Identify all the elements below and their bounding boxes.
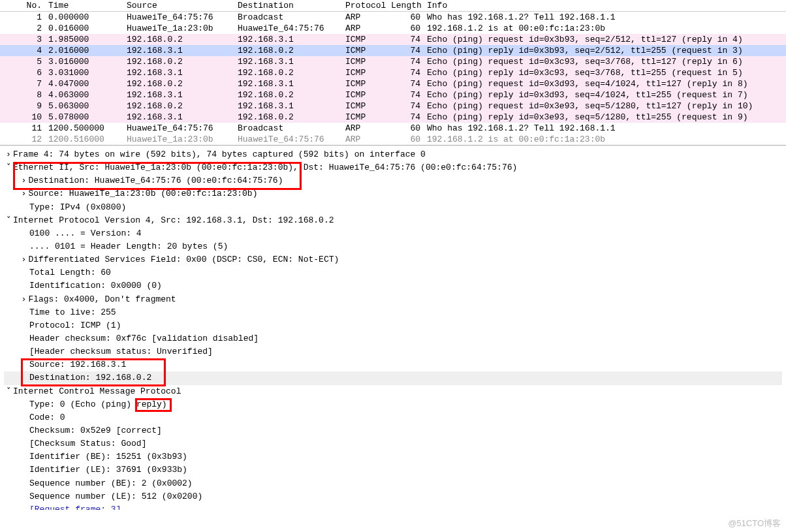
chevron-right-icon[interactable]: › — [4, 148, 13, 161]
packet-info: Echo (ping) request id=0x3d93, seq=4/102… — [424, 78, 786, 89]
ip-flags-line: Flags: 0x4000, Don't fragment — [28, 294, 176, 304]
tree-ip-cksumst[interactable]: [Header checksum status: Unverified] — [4, 345, 782, 358]
ip-ver-line: 0100 .... = Version: 4 — [29, 228, 142, 238]
packet-destination: 192.168.0.2 — [235, 89, 343, 101]
tree-icmp[interactable]: ˅Internet Control Message Protocol — [4, 385, 782, 398]
icmp-cksumst-line: [Checksum Status: Good] — [29, 439, 146, 448]
packet-no: 5 — [0, 56, 46, 67]
tree-icmp-cksum[interactable]: Checksum: 0x52e9 [correct] — [4, 424, 782, 437]
tree-eth-dst[interactable]: ›Destination: HuaweiTe_64:75:76 (00:e0:f… — [4, 174, 782, 187]
packet-row[interactable]: 95.063000192.168.0.2192.168.3.1ICMP74Ech… — [0, 101, 786, 112]
packet-destination: 192.168.0.2 — [235, 112, 343, 123]
tree-ip-tlen[interactable]: Total Length: 60 — [4, 266, 782, 279]
tree-ip-cksum[interactable]: Header checksum: 0xf76c [validation disa… — [4, 332, 782, 345]
packet-no: 4 — [0, 45, 46, 56]
packet-info: 192.168.1.2 is at 00:e0:fc:1a:23:0b — [424, 134, 786, 145]
packet-source: 192.168.0.2 — [124, 34, 235, 45]
header-no[interactable]: No. — [0, 0, 46, 11]
packet-destination: Broadcast — [235, 123, 343, 134]
header-destination[interactable]: Destination — [235, 0, 343, 11]
packet-row[interactable]: 20.016000HuaweiTe_1a:23:0bHuaweiTe_64:75… — [0, 23, 786, 34]
packet-row[interactable]: 84.063000192.168.3.1192.168.0.2ICMP74Ech… — [0, 89, 786, 101]
packet-row[interactable]: 74.047000192.168.0.2192.168.3.1ICMP74Ech… — [0, 78, 786, 89]
packet-no: 8 — [0, 89, 46, 101]
packet-length: 60 — [388, 134, 424, 145]
packet-length: 74 — [388, 89, 424, 101]
packet-row[interactable]: 31.985000192.168.0.2192.168.3.1ICMP74Ech… — [0, 34, 786, 45]
packet-protocol: ICMP — [343, 78, 388, 89]
header-protocol[interactable]: Protocol — [343, 0, 388, 11]
packet-length: 74 — [388, 78, 424, 89]
chevron-down-icon[interactable]: ˅ — [4, 161, 13, 174]
tree-ip[interactable]: ˅Internet Protocol Version 4, Src: 192.1… — [4, 214, 782, 227]
chevron-down-icon[interactable]: ˅ — [4, 385, 13, 398]
tree-icmp-code[interactable]: Code: 0 — [4, 411, 782, 424]
tree-ip-hlen[interactable]: .... 0101 = Header Length: 20 bytes (5) — [4, 240, 782, 253]
packet-row[interactable]: 42.016000192.168.3.1192.168.0.2ICMP74Ech… — [0, 45, 786, 56]
packet-row[interactable]: 53.016000192.168.0.2192.168.3.1ICMP74Ech… — [0, 56, 786, 67]
packet-protocol: ICMP — [343, 34, 388, 45]
packet-source: 192.168.0.2 — [124, 56, 235, 67]
chevron-right-icon[interactable]: › — [19, 293, 28, 306]
chevron-down-icon[interactable]: ˅ — [4, 214, 13, 227]
packet-row[interactable]: 63.031000192.168.3.1192.168.0.2ICMP74Ech… — [0, 67, 786, 78]
icmp-cksum-line: Checksum: 0x52e9 [correct] — [29, 426, 162, 435]
packet-length: 60 — [388, 23, 424, 34]
tree-ip-ttl[interactable]: Time to live: 255 — [4, 306, 782, 319]
packet-length: 74 — [388, 56, 424, 67]
tree-icmp-idbe[interactable]: Identifier (BE): 15251 (0x3b93) — [4, 450, 782, 463]
packet-info: Who has 192.168.1.2? Tell 192.168.1.1 — [424, 123, 786, 134]
tree-icmp-type[interactable]: Type: 0 (Echo (ping) reply) — [4, 398, 782, 411]
packet-protocol: ICMP — [343, 45, 388, 56]
tree-icmp-seqle[interactable]: Sequence number (LE): 512 (0x0200) — [4, 490, 782, 503]
packet-no: 7 — [0, 78, 46, 89]
packet-length: 74 — [388, 67, 424, 78]
tree-icmp-idle[interactable]: Identifier (LE): 37691 (0x933b) — [4, 463, 782, 477]
tree-ip-id[interactable]: Identification: 0x0000 (0) — [4, 279, 782, 292]
tree-ethernet[interactable]: ˅Ethernet II, Src: HuaweiTe_1a:23:0b (00… — [4, 161, 782, 174]
packet-row[interactable]: 111200.500000HuaweiTe_64:75:76BroadcastA… — [0, 123, 786, 134]
packet-time: 4.063000 — [46, 89, 124, 101]
eth-type-line: Type: IPv4 (0x0800) — [29, 202, 126, 212]
packet-list: No. Time Source Destination Protocol Len… — [0, 0, 786, 146]
tree-icmp-cksumst[interactable]: [Checksum Status: Good] — [4, 437, 782, 450]
tree-ip-proto[interactable]: Protocol: ICMP (1) — [4, 319, 782, 332]
watermark: @51CTO博客 — [728, 518, 781, 529]
tree-ip-dst[interactable]: Destination: 192.168.0.2 — [4, 371, 782, 384]
packet-row[interactable]: 105.078000192.168.3.1192.168.0.2ICMP74Ec… — [0, 112, 786, 123]
packet-protocol: ICMP — [343, 67, 388, 78]
icmp-reqframe-line: [Request frame: 3] — [29, 505, 121, 510]
packet-length: 74 — [388, 34, 424, 45]
tree-ip-dscp[interactable]: ›Differentiated Services Field: 0x00 (DS… — [4, 253, 782, 266]
packet-time: 1.985000 — [46, 34, 124, 45]
tree-icmp-seqbe[interactable]: Sequence number (BE): 2 (0x0002) — [4, 477, 782, 490]
packet-no: 3 — [0, 34, 46, 45]
chevron-right-icon[interactable]: › — [19, 253, 28, 266]
ip-src-line: Source: 192.168.3.1 — [29, 360, 126, 369]
header-length[interactable]: Length — [388, 0, 424, 11]
tree-icmp-reqframe[interactable]: [Request frame: 3] — [4, 503, 782, 510]
tree-eth-type[interactable]: Type: IPv4 (0x0800) — [4, 201, 782, 214]
chevron-right-icon[interactable]: › — [19, 187, 28, 200]
packet-row[interactable]: 10.000000HuaweiTe_64:75:76BroadcastARP60… — [0, 12, 786, 23]
tree-eth-src[interactable]: ›Source: HuaweiTe_1a:23:0b (00:e0:fc:1a:… — [4, 187, 782, 200]
header-source[interactable]: Source — [124, 0, 235, 11]
packet-info: Echo (ping) reply id=0x3c93, seq=3/768, … — [424, 67, 786, 78]
tree-ip-flags[interactable]: ›Flags: 0x4000, Don't fragment — [4, 293, 782, 306]
ip-cksumst-line: [Header checksum status: Unverified] — [29, 347, 213, 356]
icmp-seqle-line: Sequence number (LE): 512 (0x0200) — [29, 492, 202, 501]
packet-details[interactable]: ›Frame 4: 74 bytes on wire (592 bits), 7… — [0, 146, 786, 532]
packet-source: 192.168.0.2 — [124, 78, 235, 89]
packet-row[interactable]: 121200.516000HuaweiTe_1a:23:0bHuaweiTe_6… — [0, 134, 786, 145]
header-time[interactable]: Time — [46, 0, 124, 11]
packet-source: 192.168.0.2 — [124, 101, 235, 112]
ip-id-line: Identification: 0x0000 (0) — [29, 281, 162, 290]
tree-ip-ver[interactable]: 0100 .... = Version: 4 — [4, 227, 782, 240]
tree-frame[interactable]: ›Frame 4: 74 bytes on wire (592 bits), 7… — [4, 148, 782, 161]
packet-time: 3.016000 — [46, 56, 124, 67]
tree-ip-src[interactable]: Source: 192.168.3.1 — [4, 358, 782, 371]
packet-destination: HuaweiTe_64:75:76 — [235, 23, 343, 34]
packet-protocol: ICMP — [343, 56, 388, 67]
chevron-right-icon[interactable]: › — [19, 174, 28, 187]
header-info[interactable]: Info — [424, 0, 786, 11]
